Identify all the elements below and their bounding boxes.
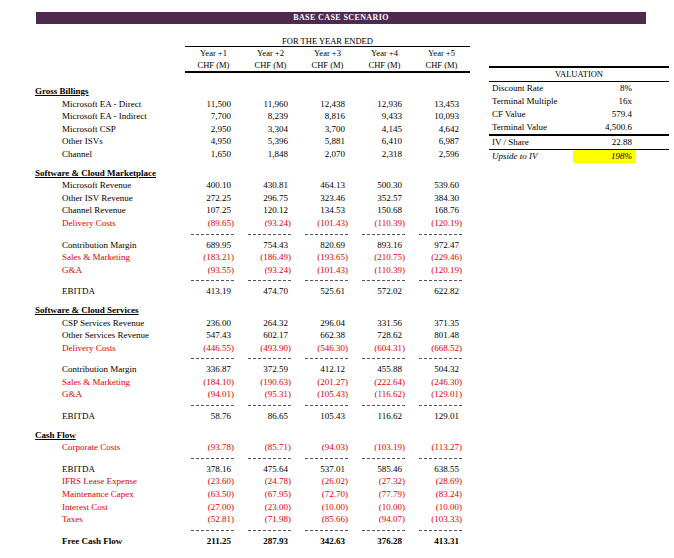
value-cell: (604.31)	[356, 342, 413, 355]
subtotal-separator	[35, 454, 470, 463]
value-cell: (110.39)	[356, 217, 413, 230]
value-cell: 12,936	[356, 98, 413, 111]
value-cell: 5,396	[242, 135, 299, 148]
value-cell: (89.65)	[185, 217, 242, 230]
value-cell: 602.17	[242, 329, 299, 342]
value-cell: (120.19)	[413, 264, 470, 277]
value-cell: 11,500	[185, 98, 242, 111]
value-cell: 296.04	[299, 317, 356, 330]
value-cell: 86.65	[242, 410, 299, 423]
table-row: Other ISV Revenue272.25296.75323.46352.5…	[35, 192, 470, 205]
unit-label: CHF (M)	[413, 59, 470, 71]
subtotal-separator	[35, 354, 470, 363]
dash-line	[185, 454, 242, 463]
value-cell: 5,881	[299, 135, 356, 148]
value-cell: 10,093	[413, 110, 470, 123]
table-row: G&A(94.01)(95.31)(105.43)(116.62)(129.01…	[35, 388, 470, 401]
valuation-value: 579.4	[573, 108, 636, 121]
dash-line	[299, 230, 356, 239]
value-cell: 6,410	[356, 135, 413, 148]
section: Software & Cloud ServicesCSP Services Re…	[35, 304, 470, 423]
table-row: G&A(93.55)(93.24)(101.43)(110.39)(120.19…	[35, 264, 470, 277]
subtotal-separator	[35, 230, 470, 239]
value-cell: (94.03)	[299, 441, 356, 454]
value-cell: 150.68	[356, 204, 413, 217]
value-cell: 547.43	[185, 329, 242, 342]
projection-table: FOR THE YEAR ENDED Year +1Year +2Year +3…	[35, 30, 470, 547]
table-row: IFRS Lease Expense(23.60)(24.78)(26.02)(…	[35, 475, 470, 488]
value-cell: (113.27)	[413, 441, 470, 454]
table-row: Contribution Margin689.95754.43820.69893…	[35, 239, 470, 252]
dash-line	[413, 454, 470, 463]
row-label: Interest Cost	[35, 501, 185, 514]
value-cell: 662.38	[299, 329, 356, 342]
value-cell: (94.01)	[185, 388, 242, 401]
value-cell: (85.71)	[242, 441, 299, 454]
value-cell: 455.88	[356, 363, 413, 376]
table-row: Sales & Marketing(183.21)(186.49)(193.65…	[35, 251, 470, 264]
dash-line	[413, 230, 470, 239]
value-cell: 264.32	[242, 317, 299, 330]
value-cell: (193.65)	[299, 251, 356, 264]
value-cell: 4,145	[356, 123, 413, 136]
value-cell: 4,950	[185, 135, 242, 148]
value-cell: (105.43)	[299, 388, 356, 401]
value-cell: (186.49)	[242, 251, 299, 264]
row-label: Maintenance Capex	[35, 488, 185, 501]
value-cell: 211.25	[185, 535, 242, 548]
table-row: Microsoft EA - Indirect7,7008,2398,8169,…	[35, 110, 470, 123]
valuation-row: Discount Rate8%	[489, 82, 669, 95]
table-row: Maintenance Capex(63.50)(67.95)(72.70)(7…	[35, 488, 470, 501]
valuation-value: 16x	[573, 95, 636, 108]
row-label: Contribution Margin	[35, 239, 185, 252]
value-cell: 572.02	[356, 285, 413, 298]
dash-line	[356, 454, 413, 463]
value-cell: (71.98)	[242, 513, 299, 526]
dash-line	[299, 354, 356, 363]
dash-line	[299, 276, 356, 285]
table-row: Contribution Margin336.87372.59412.12455…	[35, 363, 470, 376]
financial-model-page: BASE CASE SCENARIO FOR THE YEAR ENDED Ye…	[0, 0, 674, 558]
column-header: Year +4	[356, 47, 413, 59]
table-row: CSP Services Revenue236.00264.32296.0433…	[35, 317, 470, 330]
value-cell: (10.00)	[356, 501, 413, 514]
dash-line	[185, 354, 242, 363]
column-header: Year +1	[185, 47, 242, 59]
dash-line	[299, 454, 356, 463]
value-cell: (184.10)	[185, 376, 242, 389]
value-cell: (222.64)	[356, 376, 413, 389]
column-header: Year +3	[299, 47, 356, 59]
table-row: Other ISVs4,9505,3965,8816,4106,987	[35, 135, 470, 148]
value-cell: 376.28	[356, 535, 413, 548]
value-cell: (95.31)	[242, 388, 299, 401]
value-cell: 585.46	[356, 463, 413, 476]
valuation-row: Upside to IV198%	[489, 150, 669, 163]
valuation-rows: Discount Rate8%Terminal Multiple16xCF Va…	[489, 82, 669, 163]
section: Cash FlowCorporate Costs(93.78)(85.71)(9…	[35, 429, 470, 548]
row-label: Microsoft EA - Indirect	[35, 110, 185, 123]
value-cell: 116.62	[356, 410, 413, 423]
value-cell: (83.24)	[413, 488, 470, 501]
value-cell: 13,453	[413, 98, 470, 111]
value-cell: (93.24)	[242, 217, 299, 230]
value-cell: 400.10	[185, 179, 242, 192]
table-row: Interest Cost(27.00)(23.00)(10.00)(10.00…	[35, 501, 470, 514]
value-cell: 107.25	[185, 204, 242, 217]
value-cell: 500.30	[356, 179, 413, 192]
unit-label: CHF (M)	[299, 59, 356, 71]
value-cell: 58.76	[185, 410, 242, 423]
unit-labels-row: CHF (M)CHF (M)CHF (M)CHF (M)CHF (M)	[185, 59, 470, 73]
value-cell: (23.60)	[185, 475, 242, 488]
dash-line	[356, 526, 413, 535]
value-cell: (110.39)	[356, 264, 413, 277]
value-cell: (93.24)	[242, 264, 299, 277]
value-cell: 129.01	[413, 410, 470, 423]
row-label: Sales & Marketing	[35, 376, 185, 389]
value-cell: 972.47	[413, 239, 470, 252]
subtotal-separator	[35, 276, 470, 285]
value-cell: (93.78)	[185, 441, 242, 454]
value-cell: (10.00)	[413, 501, 470, 514]
table-row: Microsoft EA - Direct11,50011,96012,4381…	[35, 98, 470, 111]
dash-line	[413, 526, 470, 535]
value-cell: (190.63)	[242, 376, 299, 389]
